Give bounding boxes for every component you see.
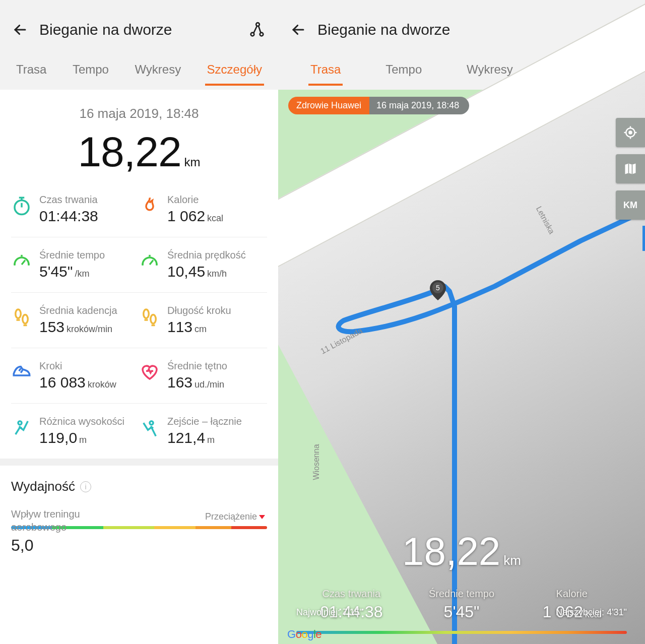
- svg-point-2: [256, 23, 260, 26]
- overlay-stat: Średnie tempo 5'45": [407, 588, 517, 621]
- performance-title: Wydajność i: [11, 479, 267, 494]
- tab-trasa[interactable]: Trasa: [308, 59, 343, 86]
- ascent-icon: [11, 417, 32, 438]
- aerobic-value: 5,0: [11, 536, 267, 555]
- stat-label: Czas trwania: [296, 588, 407, 600]
- svg-text:5: 5: [436, 284, 440, 292]
- metric-value: 153kroków/min: [39, 318, 117, 336]
- page-title: Bieganie na dworze: [30, 21, 246, 38]
- gauge-icon: [139, 250, 160, 272]
- metric-value: 10,45km/h: [167, 263, 246, 280]
- metric-label: Zejście – łącznie: [167, 416, 242, 427]
- metric-row: Czas trwania 01:44:38 Kalorie 1 062kcal: [11, 182, 267, 237]
- map-controls: KM: [616, 118, 645, 220]
- details-pane: Bieganie na dworze Trasa Tempo Wykresy S…: [0, 0, 278, 644]
- metrics-grid: Czas trwania 01:44:38 Kalorie 1 062kcal …: [0, 182, 278, 459]
- back-button[interactable]: [288, 20, 308, 40]
- gauge-icon: [11, 250, 32, 272]
- metric-label: Średnie tempo: [39, 249, 105, 261]
- metric-row: Średnia kadencja 153kroków/min Długość k…: [11, 293, 267, 348]
- metric-stopwatch: Czas trwania 01:44:38: [11, 194, 139, 225]
- metric-gauge: Średnie tempo 5'45"/km: [11, 249, 139, 280]
- svg-point-6: [144, 309, 149, 318]
- tab-wykresy[interactable]: Wykresy: [133, 59, 183, 86]
- metric-flame: Kalorie 1 062kcal: [139, 194, 267, 225]
- activity-datetime: 16 maja 2019, 18:48: [0, 106, 278, 121]
- hero-summary: 16 maja 2019, 18:48 18,22km: [0, 90, 278, 182]
- map[interactable]: 5 Letniska 11 Listopada Wiosenna Zdrowie…: [278, 90, 645, 644]
- locate-button[interactable]: [616, 118, 645, 147]
- map-datetime: 16 maja 2019, 18:48: [369, 97, 469, 114]
- pace-gradient-bar: [296, 631, 627, 634]
- metric-row: Średnie tempo 5'45"/km Średnia prędkość …: [11, 237, 267, 293]
- street-label: Wiosenna: [312, 444, 321, 480]
- stat-value: 5'45": [407, 603, 517, 621]
- km-toggle-button[interactable]: KM: [616, 190, 645, 220]
- info-icon[interactable]: i: [80, 481, 91, 492]
- metric-gauge: Średnia prędkość 10,45km/h: [139, 249, 267, 280]
- section-divider: [0, 459, 278, 466]
- fastest-label: Najszybciej: 4'31": [556, 607, 627, 618]
- metric-row: Różnica wysokości 119,0m Zejście – łączn…: [11, 404, 267, 459]
- stat-label: Średnie tempo: [407, 588, 517, 600]
- page-title: Bieganie na dworze: [308, 21, 613, 38]
- metric-footsteps: Długość kroku 113cm: [139, 305, 267, 336]
- svg-point-5: [23, 315, 28, 324]
- svg-point-4: [16, 309, 21, 318]
- svg-point-8: [18, 421, 22, 425]
- metric-value: 163ud./min: [167, 374, 227, 391]
- metric-label: Czas trwania: [39, 194, 100, 206]
- descent-icon: [139, 417, 160, 438]
- map-overlay-stats: 18,22km Czas trwania 01:44:38Średnie tem…: [278, 532, 645, 644]
- tab-trasa[interactable]: Trasa: [14, 59, 48, 86]
- metric-descent: Zejście – łącznie 121,4m: [139, 416, 267, 446]
- back-button[interactable]: [10, 20, 30, 40]
- metric-value: 01:44:38: [39, 208, 100, 225]
- tab-tempo[interactable]: Tempo: [383, 59, 424, 86]
- metric-value: 121,4m: [167, 429, 242, 446]
- metric-label: Różnica wysokości: [39, 416, 124, 427]
- metric-label: Średnia prędkość: [167, 249, 246, 261]
- activity-distance: 18,22km: [0, 131, 278, 173]
- stopwatch-icon: [11, 195, 32, 216]
- svg-point-9: [150, 421, 153, 425]
- metric-label: Średnie tętno: [167, 360, 227, 372]
- stat-label: Kalorie: [517, 588, 627, 600]
- metric-label: Kroki: [39, 360, 116, 372]
- footsteps-icon: [139, 306, 160, 327]
- metric-footsteps: Średnia kadencja 153kroków/min: [11, 305, 139, 336]
- metric-label: Średnia kadencja: [39, 305, 117, 316]
- heart-icon: [139, 361, 160, 382]
- metric-label: Długość kroku: [167, 305, 231, 316]
- map-badge-row: Zdrowie Huawei 16 maja 2019, 18:48: [288, 97, 469, 114]
- performance-section: Wydajność i Wpływ treninguaerobowego Prz…: [0, 466, 278, 555]
- slowest-label: Najwolniej: 7'15": [296, 607, 363, 618]
- map-type-button[interactable]: [616, 154, 645, 183]
- metric-label: Kalorie: [167, 194, 223, 206]
- metric-value: 16 083kroków: [39, 374, 116, 391]
- map-attribution: Google: [287, 628, 321, 641]
- overlay-distance: 18,22km: [296, 532, 627, 571]
- map-pane: Bieganie na dworze Trasa Tempo Wykresy S…: [278, 0, 645, 644]
- svg-point-16: [629, 132, 632, 134]
- tabs: Trasa Tempo Wykresy Szczegóły: [10, 59, 268, 90]
- metric-shoe: Kroki 16 083kroków: [11, 360, 139, 391]
- metric-value: 119,0m: [39, 429, 124, 446]
- source-badge: Zdrowie Huawei: [288, 97, 369, 114]
- metric-row: Kroki 16 083kroków Średnie tętno 163ud./…: [11, 348, 267, 404]
- metric-value: 1 062kcal: [167, 208, 223, 225]
- metric-heart: Średnie tętno 163ud./min: [139, 360, 267, 391]
- svg-point-7: [151, 315, 156, 324]
- metric-ascent: Różnica wysokości 119,0m: [11, 416, 139, 446]
- footsteps-icon: [11, 306, 32, 327]
- svg-point-1: [260, 33, 264, 36]
- shoe-icon: [11, 361, 32, 382]
- share-route-button[interactable]: [246, 19, 268, 41]
- metric-value: 113cm: [167, 318, 231, 336]
- header: Bieganie na dworze Trasa Tempo Wykresy S…: [0, 0, 278, 90]
- tab-tempo[interactable]: Tempo: [71, 59, 111, 86]
- flame-icon: [139, 195, 160, 216]
- km-marker[interactable]: 5: [429, 280, 446, 300]
- metric-value: 5'45"/km: [39, 263, 105, 280]
- tab-szczegoly[interactable]: Szczegóły: [205, 59, 264, 86]
